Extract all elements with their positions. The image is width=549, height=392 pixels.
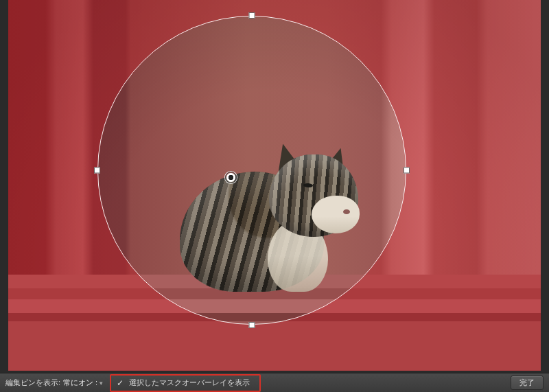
ellipse-outline[interactable] [97,16,406,325]
pin-show-dropdown[interactable]: 常にオン : [63,378,103,388]
edit-pin[interactable] [225,172,237,183]
checkmark-icon: ✓ [117,378,125,388]
ellipse-handle-bottom[interactable] [249,322,255,328]
pin-show-label: 編集ピンを表示: [5,378,60,388]
done-button[interactable]: 完了 [511,376,544,390]
ellipse-handle-right[interactable] [404,168,410,174]
ellipse-handle-left[interactable] [94,168,100,174]
radial-filter-ellipse[interactable] [97,16,406,325]
ellipse-handle-top[interactable] [249,12,255,19]
show-mask-overlay-label: 選択したマスクオーバーレイを表示 [129,378,250,388]
bottom-toolbar: 編集ピンを表示: 常にオン : ✓ 選択したマスクオーバーレイを表示 完了 [0,373,549,392]
show-mask-overlay-checkbox[interactable]: ✓ 選択したマスクオーバーレイを表示 [110,374,261,392]
image-canvas[interactable] [8,0,541,371]
